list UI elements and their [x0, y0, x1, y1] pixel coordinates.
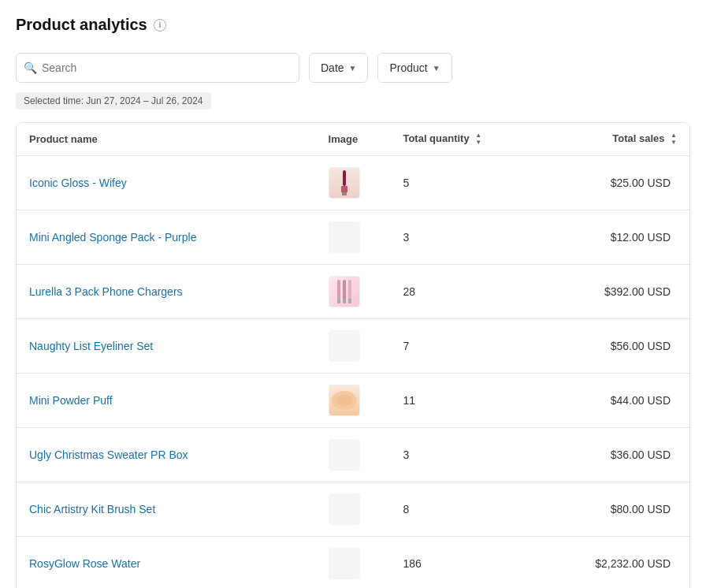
- sort-icon-quantity: ▲▼: [475, 132, 481, 146]
- date-filter-label: Date: [321, 61, 344, 74]
- product-image: [329, 385, 360, 416]
- table-row: RosyGlow Rose Water186$2,232.00 USD: [17, 537, 689, 588]
- col-header-sales[interactable]: Total sales ▲▼: [540, 123, 689, 156]
- product-name-link[interactable]: Lurella 3 Pack Phone Chargers: [29, 285, 183, 298]
- page-title: Product analytics: [16, 16, 147, 34]
- svg-point-10: [336, 395, 352, 406]
- product-name-link[interactable]: Iconic Gloss - Wifey: [29, 177, 127, 189]
- toolbar: 🔍 Date ▼ Product ▼: [16, 53, 690, 83]
- chevron-down-icon: ▼: [433, 64, 440, 73]
- product-quantity: 3: [390, 428, 540, 482]
- product-filter-label: Product: [389, 61, 427, 74]
- product-image-cell: [316, 482, 391, 537]
- search-input[interactable]: [16, 53, 299, 83]
- product-image-cell: [316, 319, 391, 374]
- product-image-placeholder: [329, 493, 360, 525]
- date-filter-button[interactable]: Date ▼: [309, 53, 368, 83]
- product-image-cell: [316, 156, 391, 210]
- product-sales: $56.00 USD: [540, 319, 689, 374]
- col-header-name: Product name: [17, 123, 316, 156]
- product-sales: $25.00 USD: [540, 156, 689, 210]
- product-image-placeholder: [329, 548, 360, 579]
- table-row: Iconic Gloss - Wifey 5$25.00 USD: [17, 156, 689, 210]
- product-image-cell: [316, 428, 391, 482]
- product-image-placeholder: [329, 221, 360, 253]
- product-quantity: 8: [390, 482, 540, 537]
- svg-rect-4: [337, 299, 340, 303]
- product-image-placeholder: [329, 439, 360, 471]
- sort-icon-sales: ▲▼: [671, 132, 677, 146]
- product-image-cell: [316, 265, 391, 319]
- product-sales: $2,232.00 USD: [540, 537, 689, 588]
- product-image-cell: [316, 374, 391, 428]
- product-table-container: Product name Image Total quantity ▲▼ Tot…: [16, 122, 690, 588]
- col-header-quantity[interactable]: Total quantity ▲▼: [390, 123, 540, 156]
- product-quantity: 11: [390, 374, 540, 428]
- product-image-cell: [316, 210, 391, 265]
- product-filter-button[interactable]: Product ▼: [377, 53, 451, 83]
- table-row: Lurella 3 Pack Phone Chargers 28$392.00 …: [17, 265, 689, 319]
- product-sales: $44.00 USD: [540, 374, 689, 428]
- col-header-image: Image: [316, 123, 391, 156]
- search-wrapper: 🔍: [16, 53, 299, 83]
- product-name-link[interactable]: Naughty List Eyeliner Set: [29, 340, 153, 352]
- product-sales: $392.00 USD: [540, 265, 689, 319]
- product-image-placeholder: [329, 330, 360, 362]
- product-sales: $12.00 USD: [540, 210, 689, 265]
- table-row: Mini Powder Puff 11$44.00 USD: [17, 374, 689, 428]
- table-row: Naughty List Eyeliner Set7$56.00 USD: [17, 319, 689, 374]
- product-sales: $36.00 USD: [540, 428, 689, 482]
- date-range-badge: Selected time: Jun 27, 2024 – Jul 26, 20…: [16, 92, 211, 110]
- product-name-link[interactable]: Mini Angled Sponge Pack - Purple: [29, 231, 196, 244]
- svg-rect-2: [342, 192, 347, 195]
- product-name-link[interactable]: Mini Powder Puff: [29, 394, 113, 407]
- page-header: Product analytics ℹ: [16, 16, 690, 34]
- product-quantity: 28: [390, 265, 540, 319]
- info-icon[interactable]: ℹ: [154, 19, 166, 32]
- product-image-cell: [316, 537, 391, 588]
- product-name-link[interactable]: RosyGlow Rose Water: [29, 557, 140, 570]
- product-table: Product name Image Total quantity ▲▼ Tot…: [17, 123, 689, 588]
- table-header: Product name Image Total quantity ▲▼ Tot…: [17, 123, 689, 156]
- table-row: Ugly Christmas Sweater PR Box3$36.00 USD: [17, 428, 689, 482]
- product-image: [329, 276, 360, 307]
- svg-rect-0: [343, 170, 346, 186]
- svg-rect-5: [343, 280, 346, 300]
- svg-rect-7: [348, 280, 351, 300]
- table-row: Chic Artistry Kit Brush Set8$80.00 USD: [17, 482, 689, 537]
- svg-rect-6: [343, 299, 346, 303]
- chevron-down-icon: ▼: [349, 64, 357, 73]
- product-quantity: 5: [390, 156, 540, 210]
- product-name-link[interactable]: Ugly Christmas Sweater PR Box: [29, 448, 188, 461]
- table-row: Mini Angled Sponge Pack - Purple3$12.00 …: [17, 210, 689, 265]
- product-quantity: 7: [390, 319, 540, 374]
- product-quantity: 3: [390, 210, 540, 265]
- product-name-link[interactable]: Chic Artistry Kit Brush Set: [29, 503, 155, 515]
- product-sales: $80.00 USD: [540, 482, 689, 537]
- table-body: Iconic Gloss - Wifey 5$25.00 USDMini Ang…: [17, 156, 689, 588]
- svg-rect-8: [348, 299, 351, 303]
- product-image: [329, 167, 360, 199]
- svg-rect-3: [337, 280, 340, 300]
- svg-rect-1: [341, 186, 347, 192]
- product-quantity: 186: [390, 537, 540, 588]
